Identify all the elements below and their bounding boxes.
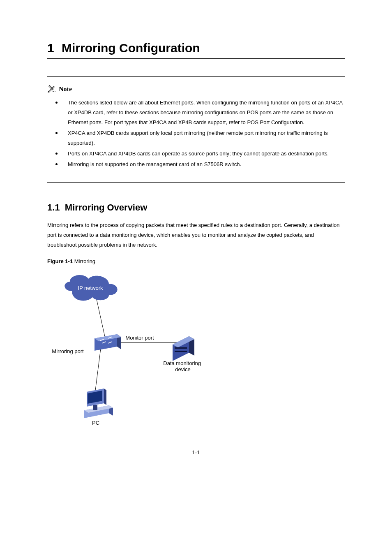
figure-caption-text: Mirroring <box>74 258 95 264</box>
pc-label: PC <box>92 420 99 426</box>
note-icon <box>47 85 56 94</box>
cloud-icon: IP network <box>65 275 117 301</box>
note-item: The sections listed below are all about … <box>59 98 345 127</box>
note-header: Note <box>47 85 345 94</box>
note-item: XP4CA and XP4DB cards support only local… <box>59 128 345 148</box>
note-list: The sections listed below are all about … <box>47 98 345 169</box>
mirroring-port-label: Mirroring port <box>52 348 84 354</box>
svg-rect-14 <box>175 347 187 349</box>
note-block: Note The sections listed below are all a… <box>47 76 345 183</box>
chapter-title-text: Mirroring Configuration <box>62 41 200 55</box>
svg-text:Data monitoring
          devi: Data monitoring device <box>163 360 202 372</box>
monitor-port-label: Monitor port <box>125 335 154 341</box>
pc-icon <box>84 388 113 418</box>
device-label-line2: device <box>175 366 191 372</box>
note-item: Ports on XP4CA and XP4DB cards can opera… <box>59 149 345 159</box>
switch-icon <box>95 334 121 351</box>
network-diagram: IP network <box>47 268 216 429</box>
note-label: Note <box>59 86 72 93</box>
svg-rect-22 <box>93 405 97 410</box>
note-item: Mirroring is not supported on the manage… <box>59 160 345 169</box>
server-icon <box>173 336 194 361</box>
svg-rect-0 <box>49 86 53 90</box>
device-label-line1: Data monitoring <box>163 360 201 366</box>
section-number: 1.1 <box>47 202 60 213</box>
page-number: 1-1 <box>47 449 345 456</box>
section-title: Mirroring Overview <box>65 202 148 213</box>
figure-number: Figure 1-1 <box>47 258 73 264</box>
svg-line-1 <box>97 299 105 336</box>
chapter-title: 1 Mirroring Configuration <box>47 41 345 59</box>
section-paragraph: Mirroring refers to the process of copyi… <box>47 220 345 250</box>
figure-caption: Figure 1-1 Mirroring <box>47 258 345 264</box>
section-heading: 1.1 Mirroring Overview <box>47 202 345 213</box>
cloud-label: IP network <box>78 285 103 291</box>
chapter-number: 1 <box>47 41 54 55</box>
figure: Figure 1-1 Mirroring IP network <box>47 258 345 429</box>
svg-marker-18 <box>104 388 106 405</box>
svg-rect-15 <box>175 351 187 352</box>
